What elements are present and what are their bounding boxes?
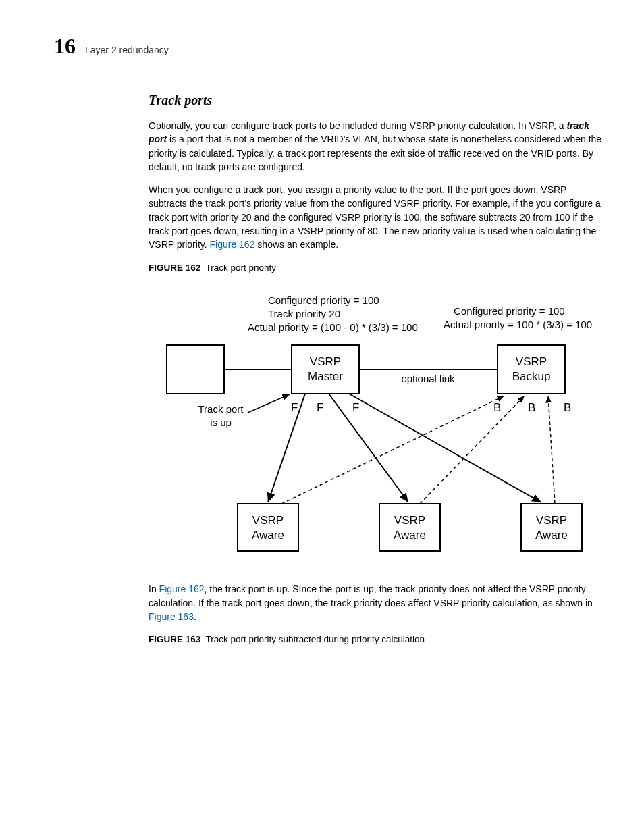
diagram-dashed-arrow <box>420 396 525 504</box>
figure-reference-link[interactable]: Figure 162 <box>210 239 255 250</box>
diagram-text: Actual priority = 100 * (3/3) = 100 <box>444 319 592 330</box>
diagram-letter: B <box>493 401 501 414</box>
text: . <box>194 611 196 622</box>
vsrp-aware-box <box>238 504 298 551</box>
diagram-label: VSRP <box>536 514 567 527</box>
figure-number: FIGURE 163 <box>149 634 200 644</box>
diagram-dashed-arrow <box>281 396 504 504</box>
diagram-label: VSRP <box>252 514 284 527</box>
diagram-letter: B <box>564 401 571 414</box>
diagram-label: Track port <box>198 403 244 415</box>
figure-reference-link[interactable]: Figure 162 <box>159 583 205 594</box>
diagram-letter: F <box>352 401 359 414</box>
figure-caption: FIGURE 162 Track port priority <box>149 261 603 275</box>
chapter-title: Layer 2 redundancy <box>85 45 169 55</box>
vsrp-aware-box <box>379 504 440 551</box>
text: Optionally, you can configure track port… <box>149 120 566 131</box>
diagram-label: is up <box>210 417 232 428</box>
diagram-text: Track priority 20 <box>268 308 340 319</box>
diagram-label: Aware <box>394 529 426 542</box>
figure-title: Track port priority <box>206 263 277 273</box>
diagram-dashed-arrow <box>548 396 555 504</box>
diagram-text: Configured priority = 100 <box>454 305 565 317</box>
text: is a port that is not a member of the VR… <box>149 134 601 172</box>
text: shows an example. <box>254 239 338 250</box>
figure-caption: FIGURE 163 Track port priority subtracte… <box>149 633 603 646</box>
vsrp-aware-box <box>521 504 582 551</box>
section-title: Track ports <box>149 93 603 108</box>
diagram-box <box>167 345 224 394</box>
figure-diagram: Configured priority = 100 Track priority… <box>149 288 603 565</box>
diagram-label: Aware <box>252 529 284 542</box>
paragraph: In Figure 162, the track port is up. SIn… <box>149 582 603 623</box>
chapter-number: 16 <box>54 34 76 59</box>
diagram-arrow <box>248 394 290 413</box>
diagram-arrow <box>349 394 541 502</box>
diagram-letter: F <box>317 401 323 414</box>
paragraph: Optionally, you can configure track port… <box>149 119 603 174</box>
diagram-label: Backup <box>512 370 551 383</box>
track-port-diagram: Configured priority = 100 Track priority… <box>160 288 592 565</box>
vsrp-master-box <box>292 345 359 394</box>
diagram-text: Configured priority = 100 <box>268 294 379 306</box>
text: , the track port is up. SInce the port i… <box>149 583 593 608</box>
text: In <box>149 583 159 594</box>
diagram-label: VSRP <box>310 355 341 368</box>
page-header: 16 Layer 2 redundancy <box>54 34 603 59</box>
diagram-label: Aware <box>535 529 568 542</box>
paragraph: When you configure a track port, you ass… <box>149 183 603 251</box>
figure-reference-link[interactable]: Figure 163 <box>149 611 194 622</box>
figure-title: Track port priority subtracted during pr… <box>206 634 425 644</box>
figure-number: FIGURE 162 <box>149 263 200 273</box>
diagram-label: Master <box>308 370 343 383</box>
diagram-arrow <box>268 394 305 502</box>
diagram-label: optional link <box>401 373 455 384</box>
vsrp-backup-box <box>498 345 565 394</box>
diagram-label: VSRP <box>516 355 547 368</box>
diagram-letter: B <box>528 401 535 414</box>
diagram-text: Actual priority = (100 - 0) * (3/3) = 10… <box>248 321 418 333</box>
diagram-letter: F <box>291 401 298 414</box>
diagram-label: VSRP <box>394 514 425 527</box>
